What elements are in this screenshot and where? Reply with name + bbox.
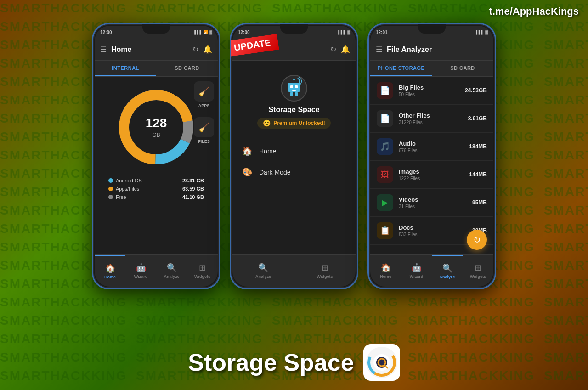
tab-phone-storage[interactable]: PHONE STORAGE bbox=[370, 61, 432, 76]
p3-analyze-icon: 🔍 bbox=[442, 263, 452, 273]
phone2-screen: 12:00 ▌▌▌ ▓ ↻ 🔔 bbox=[232, 26, 356, 287]
files-btn-label: FILES bbox=[198, 139, 210, 144]
premium-text: Premium Unlocked! bbox=[273, 120, 325, 126]
file-item-images[interactable]: 🖼 Images 1222 Files 144MB bbox=[370, 161, 493, 189]
apps-icon: 🧹 bbox=[194, 81, 214, 102]
nav-widgets[interactable]: ⊞ Widgets bbox=[187, 255, 218, 287]
p2-refresh-icon[interactable]: ↻ bbox=[330, 45, 336, 54]
apps-button[interactable]: 🧹 APPS bbox=[194, 81, 214, 108]
images-icon: 🖼 bbox=[377, 166, 393, 183]
wizard-nav-label: Wizard bbox=[134, 274, 147, 279]
otherfiles-name: Other Files bbox=[399, 112, 463, 119]
file-item-videos[interactable]: ▶ Videos 31 Files 95MB bbox=[370, 189, 493, 217]
files-button[interactable]: 🧹 FILES bbox=[194, 117, 214, 144]
audio-count: 676 Files bbox=[399, 148, 464, 153]
audio-info: Audio 676 Files bbox=[399, 140, 464, 153]
nav-analyze[interactable]: 🔍 Analyze bbox=[156, 255, 187, 287]
phone2-time: 12:00 bbox=[238, 30, 250, 35]
file-item-bigfiles[interactable]: 📄 Big Files 50 Files 24.53GB bbox=[370, 77, 493, 105]
menu-app-name: Storage Space bbox=[268, 106, 319, 114]
p2-notification-icon[interactable]: 🔔 bbox=[341, 45, 350, 54]
storage-value: 128 bbox=[146, 116, 167, 130]
notification-icon[interactable]: 🔔 bbox=[203, 45, 212, 54]
widgets-nav-label: Widgets bbox=[194, 274, 210, 279]
p3-menu-icon[interactable]: ☰ bbox=[376, 45, 382, 54]
menu-items-list: 🏠 Home 🎨 Dark Mode bbox=[232, 136, 356, 187]
bigfiles-name: Big Files bbox=[399, 84, 459, 91]
p3-wizard-label: Wizard bbox=[410, 274, 423, 279]
videos-count: 31 Files bbox=[399, 204, 467, 209]
p2-analyze-label: Analyze bbox=[255, 274, 271, 279]
refresh-icon[interactable]: ↻ bbox=[192, 45, 198, 54]
menu-item-darkmode[interactable]: 🎨 Dark Mode bbox=[232, 162, 356, 183]
nav-wizard[interactable]: 🤖 Wizard bbox=[125, 255, 156, 287]
bigfiles-icon: 📄 bbox=[377, 82, 393, 99]
phone1-status-bar: 12:00 ▌▌▌ 📶 ▓ bbox=[95, 26, 218, 39]
p3-nav-widgets[interactable]: ⊞ Widgets bbox=[463, 255, 493, 287]
menu-item-home[interactable]: 🏠 Home bbox=[232, 141, 356, 162]
audio-name: Audio bbox=[399, 140, 464, 147]
fab-refresh-button[interactable]: ↻ bbox=[467, 230, 487, 250]
menu-header: Storage Space 😊 Premium Unlocked! bbox=[232, 61, 356, 136]
svg-rect-11 bbox=[295, 92, 298, 96]
images-name: Images bbox=[399, 168, 464, 175]
menu-home-label: Home bbox=[259, 147, 276, 155]
p2-nav-analyze[interactable]: 🔍 Analyze bbox=[232, 255, 294, 287]
p2-signal-icon: ▌▌▌ bbox=[338, 30, 346, 34]
menu-icon[interactable]: ☰ bbox=[100, 45, 107, 54]
storage-total-display: 128 GB bbox=[146, 116, 167, 139]
tab-sdcard-p3[interactable]: SD CARD bbox=[432, 61, 493, 76]
home-nav-label: Home bbox=[104, 275, 116, 279]
svg-rect-10 bbox=[290, 92, 293, 96]
p3-nav-wizard[interactable]: 🤖 Wizard bbox=[401, 255, 432, 287]
home-nav-icon: 🏠 bbox=[105, 263, 115, 273]
files-icon: 🧹 bbox=[194, 117, 214, 137]
svg-rect-7 bbox=[292, 90, 296, 91]
phone1-header-title: Home bbox=[111, 45, 188, 54]
p2-battery-icon: ▓ bbox=[347, 30, 350, 34]
phone3-tabs: PHONE STORAGE SD CARD bbox=[370, 61, 493, 77]
phone3-frame: 12:01 ▌▌▌ ▓ ☰ File Analyzer PHONE STORAG… bbox=[368, 23, 496, 289]
wifi-icon: 📶 bbox=[204, 30, 208, 34]
p3-widgets-label: Widgets bbox=[470, 274, 486, 279]
otherfiles-count: 31220 Files bbox=[399, 120, 463, 125]
legend-android: Android OS 23.31 GB bbox=[108, 178, 204, 183]
p3-wizard-icon: 🤖 bbox=[412, 263, 422, 273]
p2-nav-widgets[interactable]: ⊞ Widgets bbox=[294, 255, 356, 287]
p3-nav-analyze[interactable]: 🔍 Analyze bbox=[432, 255, 463, 287]
p3-analyze-label: Analyze bbox=[439, 275, 455, 279]
widgets-nav-icon: ⊞ bbox=[199, 263, 206, 273]
menu-app-icon bbox=[280, 74, 308, 102]
docs-name: Docs bbox=[399, 224, 467, 231]
phone3-status-icons: ▌▌▌ ▓ bbox=[476, 30, 488, 34]
phone1-time: 12:00 bbox=[100, 30, 112, 35]
otherfiles-icon-symbol: 📄 bbox=[380, 113, 390, 124]
p3-home-icon: 🏠 bbox=[381, 263, 391, 273]
otherfiles-size: 8.91GB bbox=[468, 115, 487, 122]
bigfiles-icon-symbol: 📄 bbox=[380, 85, 390, 96]
docs-info: Docs 833 Files bbox=[399, 224, 467, 237]
svg-rect-6 bbox=[295, 85, 298, 88]
premium-icon: 😊 bbox=[263, 119, 271, 127]
svg-rect-5 bbox=[290, 85, 293, 88]
videos-name: Videos bbox=[399, 196, 467, 203]
phone1-screen: 12:00 ▌▌▌ 📶 ▓ ☰ Home ↻ 🔔 INTERNAL SD CAR… bbox=[95, 26, 218, 287]
nav-home[interactable]: 🏠 Home bbox=[95, 255, 125, 287]
bottom-title-text: Storage Space bbox=[188, 349, 354, 376]
app-logo bbox=[363, 344, 400, 381]
phone1-tabs: INTERNAL SD CARD bbox=[95, 61, 218, 77]
tab-internal[interactable]: INTERNAL bbox=[95, 61, 156, 76]
phone1-header: ☰ Home ↻ 🔔 bbox=[95, 39, 218, 61]
audio-icon: 🎵 bbox=[377, 138, 393, 155]
phone3-bottom-nav: 🏠 Home 🤖 Wizard 🔍 Analyze ⊞ Widgets bbox=[370, 254, 493, 287]
phone2-status-bar: 12:00 ▌▌▌ ▓ bbox=[232, 26, 356, 39]
p3-nav-home[interactable]: 🏠 Home bbox=[370, 255, 401, 287]
menu-home-icon: 🏠 bbox=[242, 146, 253, 156]
phone1-status-icons: ▌▌▌ 📶 ▓ bbox=[194, 30, 212, 34]
tab-sdcard[interactable]: SD CARD bbox=[156, 61, 218, 76]
file-analyzer-content: 📄 Big Files 50 Files 24.53GB 📄 bbox=[370, 77, 493, 245]
file-item-otherfiles[interactable]: 📄 Other Files 31220 Files 8.91GB bbox=[370, 105, 493, 133]
phone1-bottom-nav: 🏠 Home 🤖 Wizard 🔍 Analyze ⊞ Widgets bbox=[95, 254, 218, 287]
docs-count: 833 Files bbox=[399, 232, 467, 237]
file-item-audio[interactable]: 🎵 Audio 676 Files 184MB bbox=[370, 133, 493, 161]
